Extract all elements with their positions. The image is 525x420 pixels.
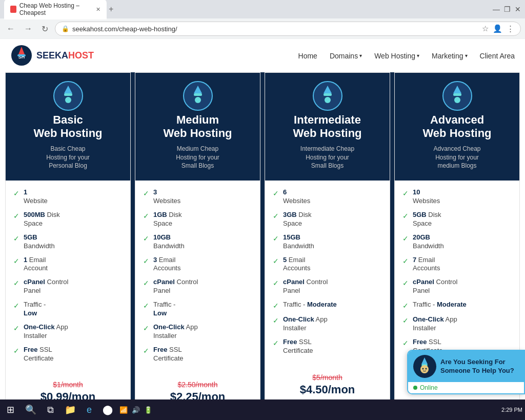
svg-rect-3 <box>17 54 26 56</box>
back-button[interactable]: ← <box>4 23 17 34</box>
chat-footer: Online <box>408 382 524 393</box>
feature-label: 1GB DiskSpace <box>153 211 182 228</box>
intermediate-original-price: $5/month <box>273 373 382 382</box>
checkmark-icon: ✓ <box>402 234 409 243</box>
marketing-chevron-icon: ▾ <box>465 53 468 58</box>
feature-label: Traffic -Low <box>153 301 175 318</box>
reload-button[interactable]: ↻ <box>39 23 51 35</box>
feature-label: 7 EmailAccounts <box>413 256 440 273</box>
checkmark-icon: ✓ <box>402 278 409 288</box>
nav-client-area[interactable]: Client Area <box>480 52 515 60</box>
logo-text: SEEKAHOST <box>36 50 94 61</box>
list-item: ✓ 15GBBandwidth <box>273 233 382 251</box>
checkmark-icon: ✓ <box>402 316 409 325</box>
start-button[interactable]: ⊞ <box>3 402 18 417</box>
svg-rect-10 <box>194 93 202 96</box>
plan-separator-1 <box>131 72 135 420</box>
feature-label: 1Website <box>24 188 48 206</box>
feature-label: Traffic -Low <box>24 301 46 318</box>
maximize-button[interactable]: ❐ <box>504 5 511 13</box>
window-controls: — ❐ ✕ <box>493 5 521 13</box>
list-item: ✓ 1 EmailAccount <box>13 256 123 273</box>
task-view-button[interactable]: ⧉ <box>43 403 58 417</box>
plan-basic: BasicWeb Hosting Basic CheapHosting for … <box>5 72 131 420</box>
extensions-button[interactable]: ⋮ <box>507 24 514 33</box>
chrome-taskbar-button[interactable]: ⬤ <box>98 402 117 417</box>
plan-medium: MediumWeb Hosting Medium CheapHosting fo… <box>135 72 260 420</box>
checkmark-icon: ✓ <box>273 211 279 221</box>
search-button[interactable]: 🔍 <box>21 402 41 417</box>
checkmark-icon: ✓ <box>402 301 409 310</box>
feature-label: 3 EmailAccounts <box>153 256 180 273</box>
forward-button[interactable]: → <box>22 23 35 34</box>
checkmark-icon: ✓ <box>143 211 149 221</box>
bookmark-button[interactable]: ☆ <box>482 24 489 33</box>
list-item: ✓ One-Click AppInstaller <box>13 323 123 341</box>
profile-button[interactable]: 👤 <box>493 24 502 33</box>
network-icon: 📶 <box>119 406 128 414</box>
feature-label: 3GB DiskSpace <box>283 211 312 228</box>
plan-basic-icon <box>53 81 84 111</box>
feature-label: 5GB DiskSpace <box>413 211 441 228</box>
checkmark-icon: ✓ <box>143 301 149 310</box>
list-item: ✓ 3GB DiskSpace <box>273 211 382 228</box>
nav-marketing[interactable]: Marketing ▾ <box>432 52 467 60</box>
list-item: ✓ Traffic -Low <box>13 301 123 318</box>
list-item: ✓ Free SSLCertificate <box>143 346 252 363</box>
chat-mascot-icon <box>413 355 436 378</box>
feature-label: Free SSLCertificate <box>153 346 184 363</box>
list-item: ✓ Traffic -Low <box>143 301 252 318</box>
edge-taskbar-button[interactable]: e <box>83 403 96 417</box>
plan-medium-name: MediumWeb Hosting <box>143 113 252 141</box>
new-tab-button[interactable]: + <box>109 5 113 14</box>
nav-marketing-label: Marketing <box>432 52 463 60</box>
nav-home[interactable]: Home <box>298 52 317 60</box>
list-item: ✓ 10GBBandwidth <box>143 233 252 251</box>
feature-label: 15GBBandwidth <box>283 233 314 251</box>
feature-label: 3Websites <box>153 188 180 206</box>
list-item: ✓ Free SSLCertificate <box>13 346 123 363</box>
nav-web-hosting[interactable]: Web Hosting ▾ <box>374 52 419 60</box>
close-window-button[interactable]: ✕ <box>515 5 521 13</box>
feature-label: 500MB DiskSpace <box>24 211 60 228</box>
file-explorer-taskbar-button[interactable]: 📁 <box>60 402 80 417</box>
chat-widget[interactable]: Are You Seeking For Someone To Help You?… <box>407 350 525 394</box>
nav-domains[interactable]: Domains ▾ <box>330 52 362 60</box>
checkmark-icon: ✓ <box>13 278 19 288</box>
plan-advanced-name: AdvancedWeb Hosting <box>402 113 512 141</box>
checkmark-icon: ✓ <box>273 301 279 310</box>
svg-rect-18 <box>453 93 461 96</box>
address-bar[interactable]: 🔒 seekahost.com/cheap-web-hosting/ ☆ 👤 ⋮ <box>55 22 521 36</box>
plan-intermediate-features: ✓ 6Websites ✓ 3GB DiskSpace ✓ 15GBBandwi… <box>265 181 390 368</box>
plan-intermediate-pricing: $5/month $4.50/mon <box>265 368 390 404</box>
minimize-button[interactable]: — <box>493 5 500 13</box>
plan-separator-2 <box>260 72 265 420</box>
checkmark-icon: ✓ <box>273 316 279 325</box>
checkmark-icon: ✓ <box>13 256 19 266</box>
list-item: ✓ One-Click AppInstaller <box>402 315 512 333</box>
tab-close-btn[interactable]: ✕ <box>96 6 100 13</box>
svg-point-24 <box>422 368 424 370</box>
taskbar: ⊞ 🔍 ⧉ 📁 e ⬤ 📶 🔊 🔋 2:29 PM <box>0 399 525 420</box>
chat-avatar <box>413 355 436 378</box>
battery-icon: 🔋 <box>144 406 152 414</box>
checkmark-icon: ✓ <box>402 338 409 348</box>
feature-label: One-Click AppInstaller <box>413 315 457 333</box>
feature-label: 5GBBandwidth <box>24 233 55 251</box>
checkmark-icon: ✓ <box>402 256 409 266</box>
svg-point-11 <box>195 97 201 103</box>
checkmark-icon: ✓ <box>273 338 279 348</box>
plan-medium-subtitle: Medium CheapHosting for yourSmall Blogs <box>143 145 252 170</box>
volume-icon: 🔊 <box>132 406 140 414</box>
plan-intermediate: IntermediateWeb Hosting Intermediate Che… <box>265 72 390 420</box>
feature-label: cPanel ControlPanel <box>24 278 68 295</box>
browser-tab[interactable]: Cheap Web Hosting – Cheapest ✕ <box>4 0 107 19</box>
site-logo[interactable]: SH SEEKAHOST <box>10 44 94 67</box>
plan-advanced-icon <box>442 81 473 111</box>
list-item: ✓ 7 EmailAccounts <box>402 256 512 273</box>
browser-chrome: Cheap Web Hosting – Cheapest ✕ + — ❐ ✕ ←… <box>0 0 525 39</box>
plan-basic-features: ✓ 1Website ✓ 500MB DiskSpace ✓ 5GBBandwi… <box>6 181 130 375</box>
plan-intermediate-icon <box>312 81 343 111</box>
list-item: ✓ One-Click AppInstaller <box>273 315 382 333</box>
hosting-chevron-icon: ▾ <box>417 53 419 58</box>
